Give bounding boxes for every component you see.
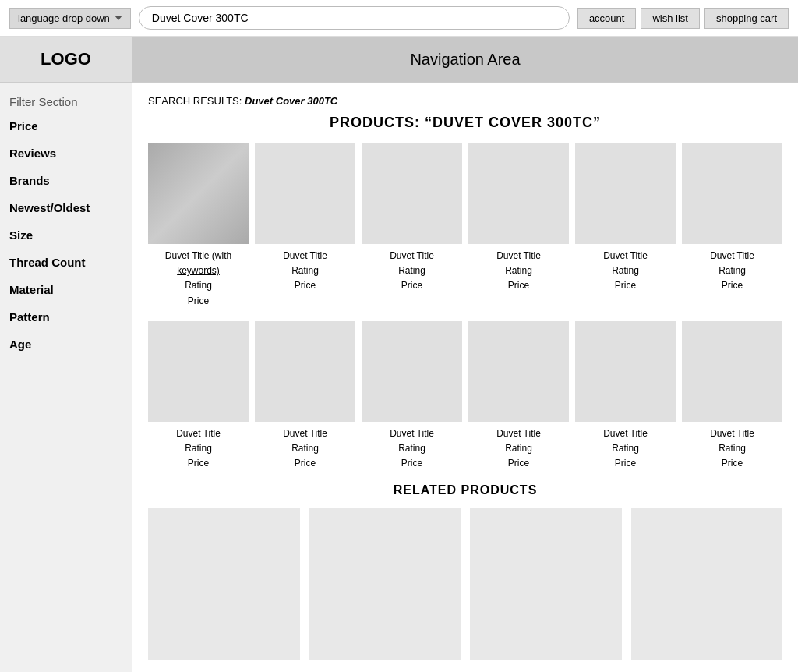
header: LOGO Navigation Area [0, 37, 798, 83]
search-results-label: SEARCH RESULTS: Duvet Cover 300TC [148, 95, 782, 107]
sidebar-item-reviews[interactable]: Reviews [9, 147, 122, 160]
product-price: Price [390, 278, 434, 293]
product-rating: Rating [148, 278, 249, 293]
product-title: Duvet Title [603, 426, 648, 441]
main-layout: Filter Section Price Reviews Brands Newe… [0, 83, 798, 672]
product-image [362, 321, 462, 422]
product-card[interactable]: Duvet Title Rating Price [148, 321, 249, 472]
product-title: Duvet Title [710, 426, 754, 441]
product-price: Price [390, 456, 434, 471]
product-title: Duvet Title [283, 426, 327, 441]
sidebar: Filter Section Price Reviews Brands Newe… [0, 83, 132, 672]
product-price: Price [603, 278, 648, 293]
product-price: Price [176, 456, 221, 471]
product-rating: Rating [710, 441, 754, 456]
navigation-area: Navigation Area [132, 37, 798, 82]
related-products-heading: RELATED PRODUCTS [148, 483, 782, 497]
product-card[interactable]: Duvet Title Rating Price [682, 143, 782, 309]
product-card[interactable]: Duvet Title Rating Price [468, 321, 569, 472]
product-rating: Rating [390, 263, 434, 278]
product-price: Price [148, 294, 249, 309]
product-title: Duvet Title [390, 426, 434, 441]
product-rating: Rating [176, 441, 221, 456]
product-title: Duvet Title [496, 426, 541, 441]
account-button[interactable]: account [577, 8, 637, 29]
content-area: SEARCH RESULTS: Duvet Cover 300TC PRODUC… [132, 83, 798, 672]
product-rating: Rating [283, 441, 327, 456]
top-bar: language drop down account wish list sho… [0, 0, 798, 37]
language-dropdown[interactable]: language drop down [9, 8, 131, 29]
logo: LOGO [0, 37, 132, 82]
product-image [468, 321, 569, 422]
sidebar-item-material[interactable]: Material [9, 283, 122, 296]
product-rating: Rating [603, 263, 648, 278]
product-grid-row1: Duvet Title (with keywords) Rating Price… [148, 143, 782, 309]
related-products-grid [148, 508, 782, 660]
sidebar-item-age[interactable]: Age [9, 338, 122, 351]
product-title: Duvet Title [710, 249, 754, 263]
wishlist-button[interactable]: wish list [641, 8, 700, 29]
search-input[interactable] [139, 6, 570, 30]
product-price: Price [710, 456, 754, 471]
top-buttons: account wish list shopping cart [577, 8, 789, 29]
product-card[interactable]: Duvet Title Rating Price [468, 143, 569, 309]
product-rating: Rating [496, 441, 541, 456]
product-card[interactable]: Duvet Title Rating Price [575, 143, 676, 309]
product-card[interactable]: Duvet Title Rating Price [682, 321, 782, 472]
product-image [575, 143, 676, 244]
product-card[interactable]: Duvet Title Rating Price [362, 321, 462, 472]
product-image [575, 321, 676, 422]
sidebar-item-thread-count[interactable]: Thread Count [9, 256, 122, 269]
related-product-card[interactable] [309, 508, 461, 660]
product-card[interactable]: Duvet Title Rating Price [362, 143, 462, 309]
product-title: Duvet Title [283, 249, 327, 263]
product-image [682, 143, 782, 244]
sidebar-item-price[interactable]: Price [9, 119, 122, 133]
product-title: Duvet Title [176, 426, 221, 441]
product-price: Price [496, 456, 541, 471]
product-card[interactable]: Duvet Title Rating Price [255, 143, 355, 309]
product-grid-row2: Duvet Title Rating Price Duvet Title Rat… [148, 321, 782, 472]
product-rating: Rating [710, 263, 754, 278]
product-rating: Rating [496, 263, 541, 278]
product-price: Price [496, 278, 541, 293]
product-title: Duvet Title [390, 249, 434, 263]
related-product-card[interactable] [148, 508, 300, 660]
product-image [468, 143, 569, 244]
language-label: language drop down [18, 12, 110, 24]
product-image [255, 321, 355, 422]
related-product-card[interactable] [470, 508, 622, 660]
product-rating: Rating [390, 441, 434, 456]
sidebar-item-size[interactable]: Size [9, 228, 122, 242]
related-product-image [148, 508, 300, 660]
product-price: Price [603, 456, 648, 471]
product-rating: Rating [603, 441, 648, 456]
product-card[interactable]: Duvet Title (with keywords) Rating Price [148, 143, 249, 309]
related-product-card[interactable] [631, 508, 783, 660]
product-price: Price [283, 456, 327, 471]
product-image [255, 143, 355, 244]
product-card[interactable]: Duvet Title Rating Price [255, 321, 355, 472]
related-product-image [470, 508, 622, 660]
product-price: Price [283, 278, 327, 293]
product-image [362, 143, 462, 244]
product-title: Duvet Title (with keywords) [148, 249, 249, 278]
product-image [148, 143, 249, 244]
sidebar-item-brands[interactable]: Brands [9, 174, 122, 187]
product-title: Duvet Title [496, 249, 541, 263]
products-heading: PRODUCTS: “DUVET COVER 300TC” [148, 115, 782, 131]
sidebar-item-newest-oldest[interactable]: Newest/Oldest [9, 201, 122, 214]
chevron-down-icon [115, 16, 122, 20]
filter-section-title: Filter Section [9, 95, 122, 108]
product-image [682, 321, 782, 422]
sidebar-item-pattern[interactable]: Pattern [9, 310, 122, 324]
cart-button[interactable]: shopping cart [704, 8, 789, 29]
product-image [148, 321, 249, 422]
product-price: Price [710, 278, 754, 293]
related-product-image [309, 508, 461, 660]
product-title: Duvet Title [603, 249, 648, 263]
product-rating: Rating [283, 263, 327, 278]
product-card[interactable]: Duvet Title Rating Price [575, 321, 676, 472]
related-product-image [631, 508, 783, 660]
